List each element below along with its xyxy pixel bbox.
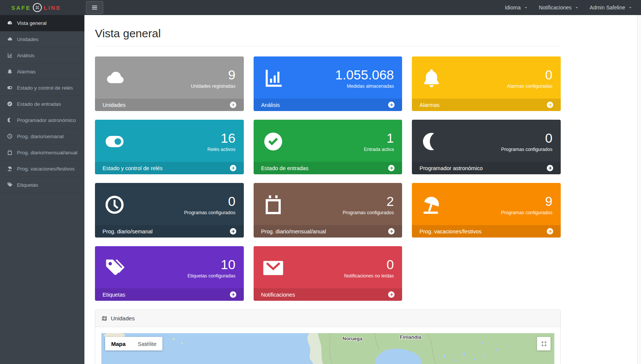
map-geography	[101, 333, 554, 364]
card-stats: 0 Programas configurados	[501, 131, 552, 152]
brand-emblem-icon	[33, 3, 42, 12]
summary-cards-grid: 9 Unidades registradas Unidades 1.055.06…	[95, 56, 561, 301]
card-body: 1 Entrada activa	[254, 120, 402, 162]
page-scrollbar[interactable]	[637, 15, 641, 364]
arrow-circle-right-icon	[230, 291, 236, 298]
units-map-panel-header: Unidades	[95, 310, 560, 327]
card-alarmas: 0 Alarmas configuradas Alarmas	[412, 56, 561, 111]
arrow-circle-right-icon	[230, 102, 236, 108]
map-canvas[interactable]: Mapa Satélite Noruega Finlandia	[101, 333, 554, 364]
brand-safe-text: SAFE	[11, 5, 31, 11]
topbar: SAFE LINE Idioma Notificaciones Admin Sa…	[0, 0, 641, 15]
card-value: 0	[344, 257, 394, 272]
arrow-right-icon	[548, 229, 552, 233]
card-body: 0 Alarmas configuradas	[412, 56, 561, 99]
card-footer-label: Prog. diario/mensual/anual	[261, 228, 326, 235]
sidebar: Vista general Unidades Análisis Alarmas …	[0, 15, 84, 364]
card-footer-label: Prog. vacaciones/festivos	[419, 228, 481, 235]
sidebar-item-prog-diario-semanal[interactable]: Prog. diario/semanal	[0, 128, 84, 145]
sidebar-item-estado-y-control-de-reles[interactable]: Estado y control de relés	[0, 80, 84, 96]
main-content: Vista general 9 Unidades registradas Uni…	[84, 15, 641, 364]
card-metric: Programas configurados	[343, 210, 394, 215]
tachometer-icon	[7, 20, 13, 26]
check-circle-icon	[7, 101, 13, 107]
card-footer-label: Prog. diario/semanal	[102, 228, 153, 235]
card-prog-diario-semanal: 0 Programas configurados Prog. diario/se…	[95, 183, 244, 238]
arrow-right-icon	[389, 292, 393, 297]
tags-icon	[7, 182, 13, 188]
menu-toggle-button[interactable]	[86, 1, 103, 14]
arrow-circle-right-icon	[388, 165, 395, 171]
card-metric: Alarmas configuradas	[507, 84, 552, 89]
sidebar-item-prog-diario-mensual-anual[interactable]: Prog. diario/mensual/anual	[0, 145, 84, 161]
sidebar-item-etiquetas[interactable]: Etiquetas	[0, 177, 84, 193]
sidebar-item-alarmas[interactable]: Alarmas	[0, 64, 84, 80]
sidebar-item-unidades[interactable]: Unidades	[0, 31, 84, 47]
card-stats: 1 Entrada activa	[364, 131, 394, 152]
card-value: 2	[343, 194, 394, 209]
card-footer-label: Estado y control de relés	[102, 165, 163, 171]
sidebar-item-vista-general[interactable]: Vista general	[0, 15, 84, 31]
sidebar-item-prog-vacaciones-festivos[interactable]: Prog. vacaciones/festivos	[0, 161, 84, 177]
card-footer-link[interactable]: Análisis	[254, 99, 402, 111]
card-metric: Programas configurados	[501, 147, 552, 152]
umbrella-icon	[420, 193, 443, 216]
sidebar-item-analisis[interactable]: Análisis	[0, 47, 84, 64]
card-value: 9	[191, 68, 236, 82]
arrow-circle-right-icon	[388, 291, 395, 298]
check-circle-icon	[262, 130, 285, 153]
map-label-noruega: Noruega	[343, 336, 363, 341]
sidebar-item-programador-astronomico[interactable]: Programador astronómico	[0, 112, 84, 128]
card-footer-link[interactable]: Notificaciones	[254, 288, 402, 301]
sidebar-item-estado-de-entradas[interactable]: Estado de entradas	[0, 96, 84, 112]
card-metric: Unidades registradas	[191, 84, 236, 89]
card-footer-link[interactable]: Alarmas	[412, 99, 561, 111]
card-footer-link[interactable]: Unidades	[95, 99, 244, 111]
admin-safeline-dropdown[interactable]: Admin Safeline	[590, 5, 632, 11]
brand-line-text: LINE	[44, 5, 61, 11]
arrow-right-icon	[548, 166, 552, 170]
chart-icon	[262, 67, 285, 90]
notificaciones-dropdown[interactable]: Notificaciones	[539, 5, 578, 11]
toggle-icon	[7, 85, 13, 91]
card-value: 16	[207, 131, 235, 146]
idioma-dropdown[interactable]: Idioma	[505, 5, 528, 11]
card-value: 0	[507, 68, 552, 82]
card-footer-link[interactable]: Estado de entradas	[254, 162, 402, 174]
envelope-icon	[262, 257, 285, 279]
card-footer-link[interactable]: Prog. diario/mensual/anual	[254, 225, 402, 238]
brand-logo: SAFE LINE	[0, 3, 84, 12]
card-unidades: 9 Unidades registradas Unidades	[95, 56, 244, 111]
map-type-control: Mapa Satélite	[105, 337, 162, 350]
card-body: 16 Relés activos	[95, 120, 244, 162]
moon-icon	[420, 130, 443, 153]
arrow-right-icon	[389, 229, 393, 233]
calendar-icon	[7, 149, 13, 155]
user-circle-icon	[84, 15, 95, 24]
calendar-icon	[262, 193, 285, 216]
map-fullscreen-button[interactable]	[537, 337, 551, 350]
menu-item-label: Notificaciones	[539, 5, 572, 11]
bars-icon	[91, 5, 98, 11]
card-metric: Etiquetas configuradas	[187, 273, 235, 279]
map-icon	[101, 315, 107, 321]
card-footer-link[interactable]: Programador astronómico	[412, 162, 561, 174]
moon-icon	[7, 117, 13, 123]
card-footer-link[interactable]: Etiquetas	[95, 288, 244, 301]
card-stats: 0 Programas configurados	[184, 194, 235, 215]
card-footer-label: Notificaciones	[261, 292, 295, 298]
card-footer-label: Alarmas	[419, 102, 439, 108]
map-type-satellite-button[interactable]: Satélite	[132, 337, 162, 350]
caret-down-icon	[629, 6, 632, 9]
umbrella-icon	[7, 166, 13, 172]
map-type-map-button[interactable]: Mapa	[105, 337, 132, 350]
card-stats: 16 Relés activos	[207, 131, 235, 152]
card-metric: Relés activos	[207, 147, 235, 152]
card-footer-link[interactable]: Prog. diario/semanal	[95, 225, 244, 238]
card-footer-link[interactable]: Prog. vacaciones/festivos	[412, 225, 561, 238]
card-body: 1.055.068 Medidas almacenadas	[254, 56, 402, 99]
toggle-icon	[103, 130, 126, 153]
page-title: Vista general	[95, 27, 641, 40]
card-footer-link[interactable]: Estado y control de relés	[95, 162, 244, 174]
card-etiquetas: 10 Etiquetas configuradas Etiquetas	[95, 246, 244, 301]
